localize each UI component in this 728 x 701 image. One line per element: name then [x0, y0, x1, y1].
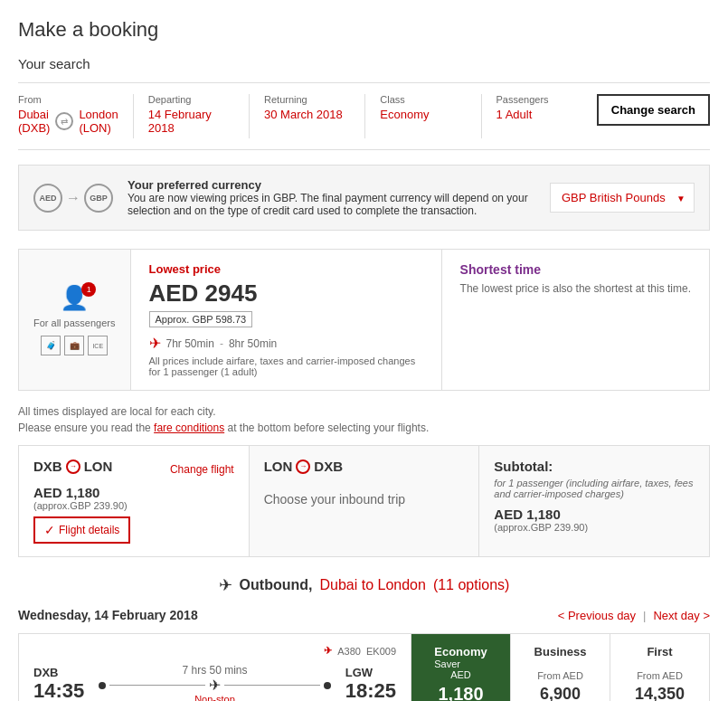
airline-model: A380 — [337, 646, 361, 657]
departing-field: Departing 14 February 2018 — [148, 94, 234, 135]
search-section-label: Your search — [18, 56, 710, 71]
choose-inbound-label: Choose your inbound trip — [264, 492, 465, 507]
aed-circle: AED — [33, 184, 62, 213]
luggage-icons: 🧳 💼 ICE — [41, 336, 108, 355]
dep-airport-code: DXB — [33, 666, 84, 679]
duration-separator: - — [220, 337, 223, 350]
flight-plane-icon: ✈ — [209, 677, 221, 694]
subtotal-for: for 1 passenger (including airfare, taxe… — [494, 478, 695, 499]
subtotal-approx: (approx.GBP 239.90) — [494, 522, 695, 533]
currency-box: AED → GBP Your preferred currency You ar… — [18, 165, 710, 231]
class-label: Class — [380, 94, 466, 105]
flight-info: ✈ A380 EK009 DXB 14:35 7 hrs 50 mins ✈ — [19, 634, 411, 701]
outbound-route-arrow: → — [66, 459, 80, 474]
economy-type-label: Saver — [434, 658, 487, 669]
currency-title: Your preferred currency — [128, 178, 261, 192]
inbound-route: LON → DXB — [264, 459, 465, 474]
departure-info: DXB 14:35 — [33, 666, 84, 701]
flight-duration-row: 7 hrs 50 mins ✈ Non-stop — [99, 664, 330, 701]
prev-day-link[interactable]: < Previous day — [558, 609, 636, 622]
passenger-label: For all passengers — [33, 317, 116, 328]
outbound-count: (11 options) — [433, 577, 510, 593]
currency-arrow-icon: → — [66, 190, 80, 206]
business-fare-col[interactable]: Business From AED 6,900 ∨ — [510, 634, 610, 701]
fare-conditions-link[interactable]: fare conditions — [154, 422, 224, 434]
flight-line — [109, 685, 205, 686]
flight-number: EK009 — [366, 646, 396, 657]
plane-icon-small: ✈ — [149, 335, 161, 352]
change-flight-link[interactable]: Change flight — [170, 463, 234, 476]
from-value: Dubai (DXB) — [18, 108, 50, 135]
search-bar: From Dubai (DXB) ⇄ London (LON) To Depar… — [18, 82, 710, 150]
outbound-plane-icon: ✈ — [219, 575, 232, 595]
price-approx: Approx. GBP 598.73 — [149, 311, 253, 327]
info-line1: All times displayed are local for each c… — [18, 405, 710, 418]
info-line2: Please ensure you read the fare conditio… — [18, 422, 710, 434]
outbound-label: Outbound, — [240, 577, 313, 593]
outbound-arr: LON — [84, 459, 113, 474]
dep-time: 14:35 — [33, 679, 84, 701]
class-field: Class Economy — [380, 94, 466, 121]
airline-row: ✈ A380 EK009 — [33, 645, 396, 657]
flight-details-label: Flight details — [59, 524, 119, 536]
nonstop-link[interactable]: Non-stop — [194, 694, 235, 701]
change-search-button[interactable]: Change search — [597, 94, 710, 126]
info-line2-suffix: at the bottom before selecting your flig… — [224, 422, 429, 434]
price-box-right: Shortest time The lowest price is also t… — [441, 250, 709, 390]
line-container: ✈ — [99, 677, 330, 694]
swap-icon: ⇄ — [55, 112, 73, 130]
currency-icon: AED → GBP — [33, 184, 113, 213]
price-amount: AED 2945 — [149, 279, 423, 308]
page-title: Make a booking — [18, 18, 710, 42]
economy-price: 1,180 — [433, 684, 489, 701]
currency-description: You are now viewing prices in GBP. The f… — [128, 192, 528, 217]
outbound-price-amount: AED 1,180 — [33, 485, 234, 500]
luggage-icon-1: 🧳 — [41, 336, 61, 355]
nav-links: < Previous day | Next day > — [558, 609, 710, 622]
duration2: 8hr 50min — [229, 337, 277, 350]
duration-text: 7 hrs 50 mins — [182, 664, 247, 677]
shortest-time-note: The lowest price is also the shortest at… — [460, 282, 691, 295]
outbound-flight-col: DXB → LON Change flight AED 1,180 (appro… — [19, 446, 250, 556]
date-nav: Wednesday, 14 February 2018 < Previous d… — [18, 608, 710, 622]
date-label: Wednesday, 14 February 2018 — [18, 608, 198, 622]
flight-result: ✈ A380 EK009 DXB 14:35 7 hrs 50 mins ✈ — [18, 633, 710, 701]
checkmark-icon: ✓ — [44, 523, 55, 537]
subtotal-amount: AED 1,180 — [494, 507, 695, 522]
first-class-label: First — [647, 645, 672, 658]
arrival-info: LGW 18:25 — [345, 666, 396, 701]
inbound-dep: LON — [264, 459, 293, 474]
nav-divider: | — [643, 609, 646, 622]
price-box-left: 👤 1 For all passengers 🧳 💼 ICE — [19, 250, 131, 390]
next-day-link[interactable]: Next day > — [653, 609, 710, 622]
passengers-field: Passengers 1 Adult — [496, 94, 582, 121]
arr-airport-code: LGW — [345, 666, 396, 679]
duration1: 7hr 50min — [166, 337, 214, 350]
passenger-badge: 1 — [81, 282, 96, 297]
departing-value: 14 February 2018 — [148, 108, 234, 135]
flight-details-button[interactable]: ✓ Flight details — [33, 516, 130, 544]
outbound-route: DXB → LON — [33, 459, 112, 474]
price-note: All prices include airfare, taxes and ca… — [149, 355, 423, 377]
flight-line-2 — [224, 685, 320, 686]
from-label: From — [18, 94, 118, 105]
returning-value: 30 March 2018 — [264, 108, 350, 121]
economy-fare-col[interactable]: Economy Saver AED 1,180 Lowest price ∨ — [411, 634, 510, 701]
arr-dot — [324, 682, 331, 689]
currency-select[interactable]: GBP British Pounds USD US Dollars AED UA… — [550, 183, 695, 213]
passengers-label: Passengers — [496, 94, 582, 105]
first-fare-col[interactable]: First From AED 14,350 ∨ — [610, 634, 709, 701]
gbp-circle: GBP — [84, 184, 113, 213]
flight-times: DXB 14:35 7 hrs 50 mins ✈ Non-stop LGW — [33, 664, 396, 701]
luggage-icon-2: 💼 — [64, 336, 84, 355]
economy-class-label: Economy — [434, 645, 487, 658]
inbound-flight-col: LON → DXB Choose your inbound trip — [250, 446, 480, 556]
to-value: London (LON) — [79, 108, 118, 135]
outbound-route-label: Dubai to London — [319, 577, 425, 593]
dep-dot — [99, 682, 106, 689]
outbound-route-row: DXB → LON Change flight — [33, 459, 234, 479]
luggage-icon-3: ICE — [88, 336, 108, 355]
first-price: 14,350 — [635, 685, 685, 701]
arr-time: 18:25 — [345, 679, 396, 701]
business-from: From AED — [537, 670, 583, 681]
